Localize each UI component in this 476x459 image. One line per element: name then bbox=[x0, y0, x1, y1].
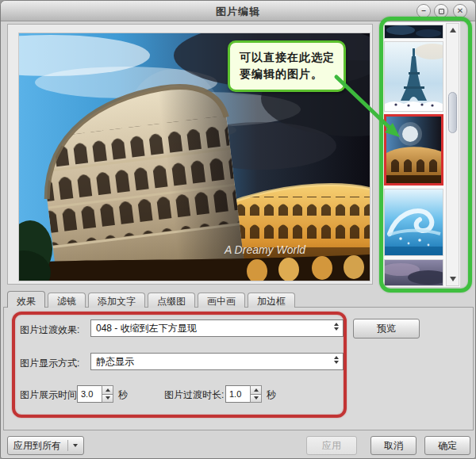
transition-effect-label: 图片过渡效果: bbox=[20, 323, 79, 337]
transition-duration-label: 图片过渡时长: bbox=[164, 388, 224, 402]
scroll-up-icon bbox=[450, 28, 456, 33]
spinner-up-icon bbox=[334, 356, 339, 359]
show-time-spinbox[interactable]: 3.0 bbox=[77, 385, 113, 403]
tab-bar: 效果 滤镜 添加文字 点缀图 画中画 加边框 bbox=[7, 293, 295, 308]
titlebar: 图片编辑 – ✕ bbox=[1, 1, 475, 21]
transition-duration-increment-button[interactable] bbox=[250, 385, 262, 395]
scroll-down-button[interactable] bbox=[447, 273, 459, 285]
combo-spinner-icon[interactable] bbox=[334, 356, 339, 364]
spin-down-icon bbox=[254, 396, 259, 400]
minimize-button[interactable]: – bbox=[416, 4, 431, 18]
dropdown-arrow-icon bbox=[73, 444, 78, 447]
spin-up-icon bbox=[106, 388, 110, 392]
transition-duration-spinbox[interactable]: 1.0 bbox=[225, 385, 262, 403]
thumbnail-scrollbar[interactable] bbox=[446, 23, 459, 286]
maximize-icon bbox=[439, 9, 444, 14]
thumbnail-dark-photo-partial[interactable] bbox=[384, 25, 443, 39]
show-time-increment-button[interactable] bbox=[102, 385, 113, 395]
button-divider bbox=[67, 440, 68, 451]
maximize-button[interactable] bbox=[434, 4, 448, 18]
tab-picture-in-picture[interactable]: 画中画 bbox=[198, 293, 245, 308]
image-edit-dialog: 图片编辑 – ✕ bbox=[0, 0, 476, 459]
thumbnail-water-wave[interactable] bbox=[384, 189, 443, 256]
apply-button[interactable]: 应用 bbox=[306, 436, 357, 455]
close-button[interactable]: ✕ bbox=[453, 4, 467, 18]
minimize-icon: – bbox=[421, 7, 426, 15]
scrollbar-thumb[interactable] bbox=[448, 92, 457, 133]
spinner-down-icon bbox=[334, 327, 339, 331]
tab-add-text[interactable]: 添加文字 bbox=[88, 293, 145, 308]
transition-duration-value[interactable]: 1.0 bbox=[225, 385, 250, 403]
tab-filters[interactable]: 滤镜 bbox=[48, 293, 86, 308]
apply-to-all-label: 应用到所有 bbox=[13, 439, 61, 453]
show-time-label: 图片展示时间: bbox=[20, 388, 79, 402]
transition-effect-value: 048 - 收缩到左下方显现 bbox=[96, 323, 197, 334]
transition-duration-unit: 秒 bbox=[267, 388, 276, 402]
apply-to-all-button[interactable]: 应用到所有 bbox=[7, 436, 84, 455]
tab-effects[interactable]: 效果 bbox=[7, 291, 45, 308]
show-time-decrement-button[interactable] bbox=[102, 395, 113, 404]
display-mode-value: 静态显示 bbox=[96, 356, 134, 367]
ok-button[interactable]: 确定 bbox=[424, 436, 470, 455]
callout-text-line2: 要编辑的图片。 bbox=[240, 66, 344, 82]
close-icon: ✕ bbox=[457, 7, 463, 15]
combo-spinner-icon[interactable] bbox=[334, 323, 339, 331]
tab-decoration[interactable]: 点缀图 bbox=[148, 293, 195, 308]
spinner-down-icon bbox=[334, 361, 339, 364]
spin-down-icon bbox=[106, 396, 110, 400]
thumbnail-colosseum-selected[interactable] bbox=[384, 114, 443, 186]
scroll-up-button[interactable] bbox=[447, 25, 459, 36]
spin-up-icon bbox=[254, 388, 259, 392]
scroll-down-icon bbox=[450, 277, 456, 281]
thumbnail-beach-sunset-partial[interactable] bbox=[384, 259, 443, 286]
spinner-up-icon bbox=[334, 323, 339, 326]
show-time-value[interactable]: 3.0 bbox=[77, 385, 102, 403]
callout-bubble: 可以直接在此选定 要编辑的图片。 bbox=[228, 40, 346, 92]
transition-effect-combobox[interactable]: 048 - 收缩到左下方显现 bbox=[90, 319, 344, 337]
show-time-unit: 秒 bbox=[118, 388, 128, 402]
tab-add-border[interactable]: 加边框 bbox=[248, 293, 295, 308]
window-title: 图片编辑 bbox=[1, 5, 475, 19]
display-mode-combobox[interactable]: 静态显示 bbox=[90, 353, 344, 370]
thumbnail-eiffel-tower[interactable] bbox=[384, 41, 443, 112]
preview-button[interactable]: 预览 bbox=[353, 319, 420, 339]
cancel-button[interactable]: 取消 bbox=[370, 436, 416, 455]
display-mode-label: 图片显示方式: bbox=[20, 357, 79, 370]
photo-watermark: A Dreamy World bbox=[224, 243, 306, 256]
transition-duration-decrement-button[interactable] bbox=[250, 395, 262, 404]
callout-text-line1: 可以直接在此选定 bbox=[240, 49, 344, 66]
